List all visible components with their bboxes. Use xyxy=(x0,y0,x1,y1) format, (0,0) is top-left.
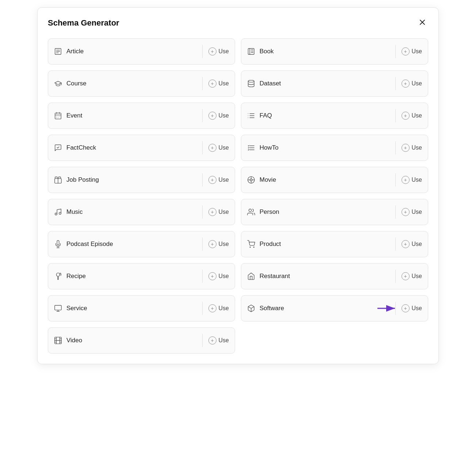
card-dataset: Dataset + Use xyxy=(241,70,428,97)
card-label-course: Course xyxy=(66,80,196,87)
card-divider-jobposting xyxy=(202,173,203,186)
use-label-video: Use xyxy=(219,337,229,344)
use-button-howto[interactable]: + Use xyxy=(402,144,422,152)
movie-icon xyxy=(247,176,255,184)
card-label-jobposting: Job Posting xyxy=(66,176,196,184)
card-article: Article + Use xyxy=(48,38,235,65)
plus-circle-faq: + xyxy=(402,112,410,120)
svg-rect-45 xyxy=(55,305,61,310)
plus-circle-person: + xyxy=(402,208,410,216)
card-recipe: Recipe + Use xyxy=(48,263,235,289)
card-howto: HowTo + Use xyxy=(241,135,428,161)
use-button-dataset[interactable]: + Use xyxy=(402,80,422,88)
use-label-service: Use xyxy=(219,305,229,312)
card-label-music: Music xyxy=(66,208,196,216)
use-button-book[interactable]: + Use xyxy=(402,47,422,55)
svg-point-43 xyxy=(250,247,250,247)
card-label-event: Event xyxy=(66,112,196,119)
dataset-icon xyxy=(247,80,255,88)
plus-circle-product: + xyxy=(402,240,410,248)
software-icon xyxy=(247,304,255,312)
card-faq: FAQ + Use xyxy=(241,103,428,129)
card-divider-faq xyxy=(395,109,396,122)
use-button-jobposting[interactable]: + Use xyxy=(208,176,229,184)
card-divider-recipe xyxy=(202,270,203,283)
card-event: Event + Use xyxy=(48,103,235,129)
use-button-video[interactable]: + Use xyxy=(208,336,229,344)
card-service: Service + Use xyxy=(48,295,235,321)
use-button-recipe[interactable]: + Use xyxy=(208,272,229,280)
use-label-restaurant: Use xyxy=(412,273,422,280)
plus-circle-restaurant: + xyxy=(402,272,410,280)
plus-circle-dataset: + xyxy=(402,80,410,88)
card-restaurant: Restaurant + Use xyxy=(241,263,428,289)
use-label-howto: Use xyxy=(412,145,422,151)
card-divider-dataset xyxy=(395,77,396,90)
svg-rect-12 xyxy=(55,113,61,119)
use-button-software[interactable]: + Use xyxy=(402,304,422,312)
card-divider-video xyxy=(202,334,203,347)
use-button-article[interactable]: + Use xyxy=(208,47,229,55)
service-icon xyxy=(54,304,62,312)
card-person: Person + Use xyxy=(241,199,428,225)
svg-rect-6 xyxy=(248,49,254,55)
svg-point-44 xyxy=(253,247,254,247)
use-label-podcast: Use xyxy=(219,241,229,247)
person-icon xyxy=(247,208,255,216)
card-factcheck: FactCheck + Use xyxy=(48,135,235,161)
course-icon xyxy=(54,80,62,88)
card-label-person: Person xyxy=(260,208,389,216)
jobposting-icon xyxy=(54,176,62,184)
plus-circle-podcast: + xyxy=(208,240,216,248)
plus-circle-factcheck: + xyxy=(208,144,216,152)
card-jobposting: Job Posting + Use xyxy=(48,167,235,193)
use-button-service[interactable]: + Use xyxy=(208,304,229,312)
use-label-music: Use xyxy=(219,209,229,215)
use-button-product[interactable]: + Use xyxy=(402,240,422,248)
use-label-recipe: Use xyxy=(219,273,229,280)
card-label-recipe: Recipe xyxy=(66,273,196,280)
use-button-person[interactable]: + Use xyxy=(402,208,422,216)
use-button-movie[interactable]: + Use xyxy=(402,176,422,184)
plus-circle-movie: + xyxy=(402,176,410,184)
use-label-course: Use xyxy=(219,80,229,87)
arrow-indicator xyxy=(377,303,399,314)
use-button-factcheck[interactable]: + Use xyxy=(208,144,229,152)
use-button-restaurant[interactable]: + Use xyxy=(402,272,422,280)
use-label-factcheck: Use xyxy=(219,145,229,151)
card-divider-restaurant xyxy=(395,270,396,283)
card-label-howto: HowTo xyxy=(260,144,389,151)
plus-circle-book: + xyxy=(402,47,410,55)
card-video: Video + Use xyxy=(48,327,235,354)
plus-circle-service: + xyxy=(208,304,216,312)
card-music: Music + Use xyxy=(48,199,235,225)
use-label-event: Use xyxy=(219,112,229,119)
card-label-product: Product xyxy=(260,240,389,248)
card-divider-article xyxy=(202,45,203,58)
schema-grid: Article + Use Book + Use Course + Use Da… xyxy=(48,38,428,354)
use-button-course[interactable]: + Use xyxy=(208,80,229,88)
schema-generator-modal: Schema Generator Article + Use Book + Us… xyxy=(37,7,439,364)
plus-circle-recipe: + xyxy=(208,272,216,280)
card-divider-service xyxy=(202,302,203,315)
card-label-factcheck: FactCheck xyxy=(66,144,196,151)
use-button-podcast[interactable]: + Use xyxy=(208,240,229,248)
card-divider-podcast xyxy=(202,238,203,251)
close-icon xyxy=(418,18,427,27)
card-label-restaurant: Restaurant xyxy=(260,273,389,280)
product-icon xyxy=(247,240,255,248)
article-icon xyxy=(54,47,62,55)
use-button-faq[interactable]: + Use xyxy=(402,112,422,120)
use-button-music[interactable]: + Use xyxy=(208,208,229,216)
plus-circle-course: + xyxy=(208,80,216,88)
card-divider-product xyxy=(395,238,396,251)
plus-circle-article: + xyxy=(208,47,216,55)
use-label-article: Use xyxy=(219,48,229,55)
card-podcast: Podcast Episode + Use xyxy=(48,231,235,257)
use-label-software: Use xyxy=(412,305,422,312)
plus-circle-music: + xyxy=(208,208,216,216)
use-button-event[interactable]: + Use xyxy=(208,112,229,120)
card-course: Course + Use xyxy=(48,70,235,97)
close-button[interactable] xyxy=(416,16,428,30)
factcheck-icon xyxy=(54,144,62,152)
